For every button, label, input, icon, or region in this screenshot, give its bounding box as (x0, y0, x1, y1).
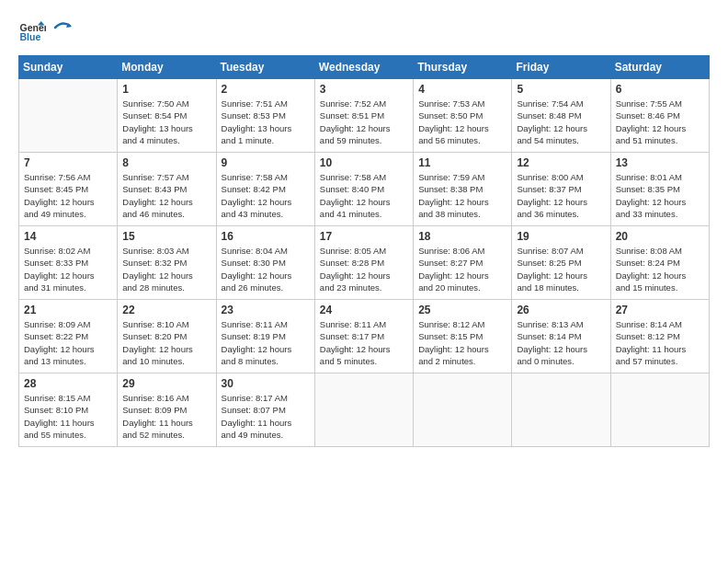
calendar-cell (512, 373, 610, 447)
day-number: 7 (24, 156, 112, 169)
day-info: Sunrise: 8:04 AMSunset: 8:30 PMDaylight:… (222, 245, 310, 293)
calendar-cell: 27Sunrise: 8:14 AMSunset: 8:12 PMDayligh… (610, 300, 709, 373)
day-number: 15 (122, 230, 210, 243)
day-info: Sunrise: 7:53 AMSunset: 8:50 PMDaylight:… (418, 98, 506, 146)
calendar-cell: 25Sunrise: 8:12 AMSunset: 8:15 PMDayligh… (414, 300, 512, 373)
day-number: 19 (517, 230, 605, 243)
day-info: Sunrise: 8:05 AMSunset: 8:28 PMDaylight:… (320, 245, 408, 293)
calendar-week-row: 21Sunrise: 8:09 AMSunset: 8:22 PMDayligh… (19, 300, 710, 373)
day-number: 2 (222, 83, 310, 96)
calendar-week-row: 1Sunrise: 7:50 AMSunset: 8:54 PMDaylight… (19, 79, 710, 153)
day-number: 23 (222, 304, 310, 316)
weekday-header: Thursday (414, 56, 512, 79)
calendar-header: SundayMondayTuesdayWednesdayThursdayFrid… (19, 56, 710, 79)
day-info: Sunrise: 8:12 AMSunset: 8:15 PMDaylight:… (418, 318, 506, 367)
day-number: 28 (24, 377, 112, 390)
day-number: 17 (320, 230, 408, 243)
page: General Blue SundayMondayTuesdayWednesda… (0, 0, 728, 563)
calendar-cell: 4Sunrise: 7:53 AMSunset: 8:50 PMDaylight… (414, 79, 512, 153)
day-info: Sunrise: 7:57 AMSunset: 8:43 PMDaylight:… (122, 171, 210, 220)
day-number: 26 (517, 304, 605, 316)
day-number: 18 (418, 230, 506, 243)
day-number: 11 (418, 156, 506, 169)
calendar-cell: 6Sunrise: 7:55 AMSunset: 8:46 PMDaylight… (610, 79, 709, 153)
day-info: Sunrise: 7:50 AMSunset: 8:54 PMDaylight:… (122, 98, 210, 146)
calendar-cell: 12Sunrise: 8:00 AMSunset: 8:37 PMDayligh… (512, 153, 610, 226)
day-number: 25 (418, 304, 506, 316)
day-number: 14 (24, 230, 112, 243)
day-info: Sunrise: 7:55 AMSunset: 8:46 PMDaylight:… (616, 98, 704, 146)
day-number: 30 (222, 377, 310, 390)
weekday-header: Wednesday (314, 56, 413, 79)
logo: General Blue (18, 18, 72, 46)
calendar-cell: 1Sunrise: 7:50 AMSunset: 8:54 PMDaylight… (118, 79, 216, 153)
day-number: 8 (122, 156, 210, 169)
calendar-body: 1Sunrise: 7:50 AMSunset: 8:54 PMDaylight… (19, 79, 710, 447)
day-number: 3 (320, 83, 408, 96)
calendar-cell (314, 373, 413, 447)
day-info: Sunrise: 8:03 AMSunset: 8:32 PMDaylight:… (122, 245, 210, 293)
calendar-cell: 10Sunrise: 7:58 AMSunset: 8:40 PMDayligh… (314, 153, 413, 226)
day-number: 10 (320, 156, 408, 169)
day-number: 4 (418, 83, 506, 96)
logo-swoosh-icon (53, 18, 72, 37)
calendar-cell: 9Sunrise: 7:58 AMSunset: 8:42 PMDaylight… (216, 153, 314, 226)
calendar-cell: 18Sunrise: 8:06 AMSunset: 8:27 PMDayligh… (414, 226, 512, 300)
day-number: 27 (616, 304, 704, 316)
calendar-cell: 14Sunrise: 8:02 AMSunset: 8:33 PMDayligh… (19, 226, 118, 300)
calendar-cell: 28Sunrise: 8:15 AMSunset: 8:10 PMDayligh… (19, 373, 118, 447)
calendar-cell: 16Sunrise: 8:04 AMSunset: 8:30 PMDayligh… (216, 226, 314, 300)
calendar-week-row: 14Sunrise: 8:02 AMSunset: 8:33 PMDayligh… (19, 226, 710, 300)
day-number: 22 (122, 304, 210, 316)
day-info: Sunrise: 8:08 AMSunset: 8:24 PMDaylight:… (616, 245, 704, 293)
calendar-cell: 30Sunrise: 8:17 AMSunset: 8:07 PMDayligh… (216, 373, 314, 447)
day-info: Sunrise: 8:16 AMSunset: 8:09 PMDaylight:… (122, 392, 210, 441)
day-info: Sunrise: 8:01 AMSunset: 8:35 PMDaylight:… (616, 171, 704, 220)
day-info: Sunrise: 7:52 AMSunset: 8:51 PMDaylight:… (320, 98, 408, 146)
logo-icon: General Blue (18, 18, 46, 46)
calendar-cell: 8Sunrise: 7:57 AMSunset: 8:43 PMDaylight… (118, 153, 216, 226)
day-info: Sunrise: 8:00 AMSunset: 8:37 PMDaylight:… (517, 171, 605, 220)
calendar-cell: 3Sunrise: 7:52 AMSunset: 8:51 PMDaylight… (314, 79, 413, 153)
weekday-row: SundayMondayTuesdayWednesdayThursdayFrid… (19, 56, 710, 79)
calendar-cell (610, 373, 709, 447)
day-info: Sunrise: 8:14 AMSunset: 8:12 PMDaylight:… (616, 318, 704, 367)
weekday-header: Sunday (19, 56, 118, 79)
day-number: 13 (616, 156, 704, 169)
header: General Blue (18, 18, 710, 46)
day-number: 24 (320, 304, 408, 316)
day-info: Sunrise: 8:13 AMSunset: 8:14 PMDaylight:… (517, 318, 605, 367)
calendar-cell: 7Sunrise: 7:56 AMSunset: 8:45 PMDaylight… (19, 153, 118, 226)
calendar-table: SundayMondayTuesdayWednesdayThursdayFrid… (18, 55, 710, 447)
day-info: Sunrise: 8:11 AMSunset: 8:17 PMDaylight:… (320, 318, 408, 367)
day-info: Sunrise: 8:15 AMSunset: 8:10 PMDaylight:… (24, 392, 112, 441)
day-number: 29 (122, 377, 210, 390)
day-number: 5 (517, 83, 605, 96)
calendar-cell: 11Sunrise: 7:59 AMSunset: 8:38 PMDayligh… (414, 153, 512, 226)
weekday-header: Monday (118, 56, 216, 79)
calendar-cell: 17Sunrise: 8:05 AMSunset: 8:28 PMDayligh… (314, 226, 413, 300)
calendar-cell: 26Sunrise: 8:13 AMSunset: 8:14 PMDayligh… (512, 300, 610, 373)
day-number: 21 (24, 304, 112, 316)
calendar-week-row: 28Sunrise: 8:15 AMSunset: 8:10 PMDayligh… (19, 373, 710, 447)
day-number: 6 (616, 83, 704, 96)
day-info: Sunrise: 8:10 AMSunset: 8:20 PMDaylight:… (122, 318, 210, 367)
calendar-cell: 15Sunrise: 8:03 AMSunset: 8:32 PMDayligh… (118, 226, 216, 300)
calendar-cell: 24Sunrise: 8:11 AMSunset: 8:17 PMDayligh… (314, 300, 413, 373)
day-number: 12 (517, 156, 605, 169)
weekday-header: Tuesday (216, 56, 314, 79)
calendar-week-row: 7Sunrise: 7:56 AMSunset: 8:45 PMDaylight… (19, 153, 710, 226)
day-number: 1 (122, 83, 210, 96)
svg-text:Blue: Blue (20, 31, 41, 42)
calendar-cell: 5Sunrise: 7:54 AMSunset: 8:48 PMDaylight… (512, 79, 610, 153)
weekday-header: Friday (512, 56, 610, 79)
day-number: 9 (222, 156, 310, 169)
calendar-cell (19, 79, 118, 153)
day-info: Sunrise: 7:51 AMSunset: 8:53 PMDaylight:… (222, 98, 310, 146)
day-number: 16 (222, 230, 310, 243)
day-info: Sunrise: 8:02 AMSunset: 8:33 PMDaylight:… (24, 245, 112, 293)
day-info: Sunrise: 7:56 AMSunset: 8:45 PMDaylight:… (24, 171, 112, 220)
calendar-cell: 21Sunrise: 8:09 AMSunset: 8:22 PMDayligh… (19, 300, 118, 373)
day-info: Sunrise: 8:06 AMSunset: 8:27 PMDaylight:… (418, 245, 506, 293)
weekday-header: Saturday (610, 56, 709, 79)
